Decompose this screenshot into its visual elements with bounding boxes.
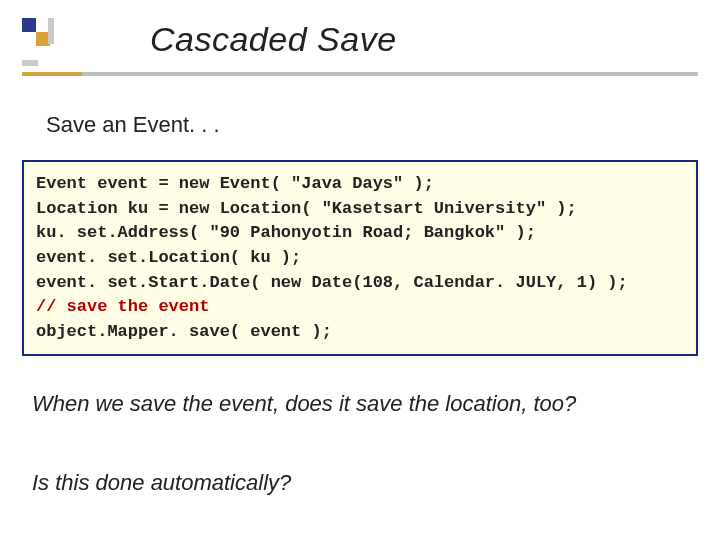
ornament-v-bar [48, 18, 54, 44]
code-box: Event event = new Event( "Java Days" ); … [22, 160, 698, 356]
title-underline [22, 72, 698, 76]
ornament-h-bar [22, 60, 38, 66]
question-2: Is this done automatically? [32, 470, 672, 496]
code-block: Event event = new Event( "Java Days" ); … [36, 172, 684, 344]
code-line-3: ku. set.Address( "90 Pahonyotin Road; Ba… [36, 223, 536, 242]
corner-ornament [22, 18, 112, 108]
code-line-1: Event event = new Event( "Java Days" ); [36, 174, 434, 193]
code-line-7: object.Mapper. save( event ); [36, 322, 332, 341]
code-line-2: Location ku = new Location( "Kasetsart U… [36, 199, 577, 218]
title-underline-rest [82, 72, 698, 76]
slide: Cascaded Save Save an Event. . . Event e… [0, 0, 720, 540]
intro-text: Save an Event. . . [46, 112, 220, 138]
slide-title: Cascaded Save [150, 20, 397, 59]
question-1: When we save the event, does it save the… [32, 390, 672, 418]
code-line-4: event. set.Location( ku ); [36, 248, 301, 267]
code-line-5: event. set.Start.Date( new Date(108, Cal… [36, 273, 628, 292]
ornament-square-blue [22, 18, 36, 32]
title-underline-accent [22, 72, 82, 76]
code-line-comment: // save the event [36, 297, 209, 316]
